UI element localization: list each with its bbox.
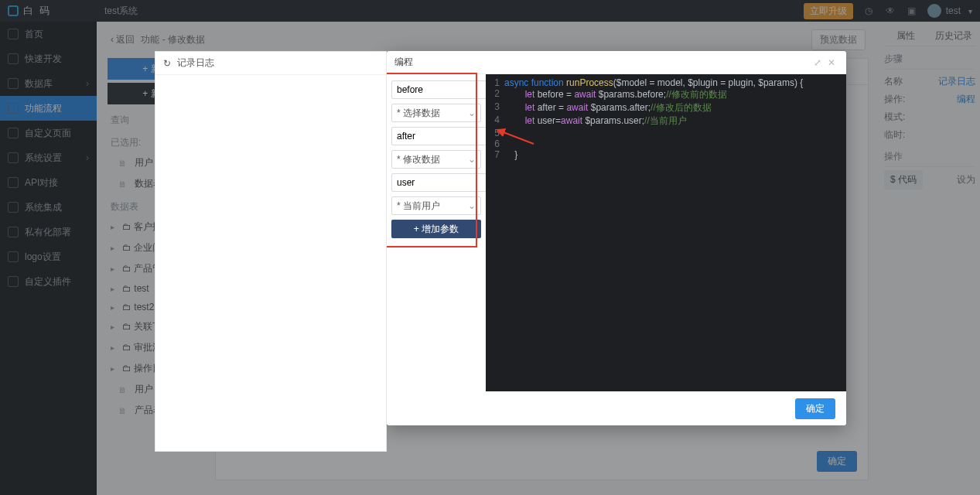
step-card-title: 记录日志 [177, 56, 214, 70]
param-name-row: 🗑 [391, 127, 481, 145]
line-number: 1 [486, 77, 504, 88]
line-content: async function runProcess($model = model… [504, 77, 803, 88]
expand-icon[interactable]: ⤢ [811, 57, 825, 68]
code-editor[interactable]: 1async function runProcess($model = mode… [486, 74, 846, 391]
param-column: 🗑* 选择数据🗑* 修改数据🗑* 当前用户+ 增加参数 [387, 74, 486, 391]
line-number: 5 [486, 128, 504, 138]
code-line: 4 let user=await $params.user;//当前用户 [486, 114, 846, 128]
line-content: } [504, 149, 517, 160]
param-source-select[interactable]: * 修改数据 [391, 150, 481, 169]
modal-header: 编程 ⤢ ✕ [387, 51, 846, 74]
code-line: 3 let after = await $params.after;//修改后的… [486, 101, 846, 114]
add-param-button[interactable]: + 增加参数 [391, 220, 481, 238]
line-number: 2 [486, 88, 504, 101]
code-line: 6 [486, 138, 846, 149]
code-line: 1async function runProcess($model = mode… [486, 77, 846, 88]
close-icon[interactable]: ✕ [825, 57, 838, 68]
line-content: let after = await $params.after;//修改后的数据 [504, 101, 712, 114]
line-content: let before = await $params.before;//修改前的… [504, 88, 727, 101]
line-content: let user=await $params.user;//当前用户 [504, 114, 687, 128]
line-number: 7 [486, 149, 504, 160]
line-number: 6 [486, 138, 504, 149]
line-number: 3 [486, 101, 504, 114]
code-line: 5 [486, 128, 846, 138]
code-modal: 编程 ⤢ ✕ 🗑* 选择数据🗑* 修改数据🗑* 当前用户+ 增加参数 1asyn… [387, 51, 846, 425]
param-name-row: 🗑 [391, 80, 481, 99]
code-line: 7 } [486, 149, 846, 160]
modal-confirm-button[interactable]: 确定 [795, 398, 835, 419]
refresh-icon[interactable]: ↻ [163, 58, 171, 69]
param-name-row: 🗑 [391, 173, 481, 192]
modal-title: 编程 [394, 56, 413, 69]
code-line: 2 let before = await $params.before;//修改… [486, 88, 846, 101]
param-source-select[interactable]: * 选择数据 [391, 104, 481, 122]
step-card: ↻ 记录日志 [155, 51, 387, 452]
line-number: 4 [486, 114, 504, 128]
param-source-select[interactable]: * 当前用户 [391, 196, 481, 215]
